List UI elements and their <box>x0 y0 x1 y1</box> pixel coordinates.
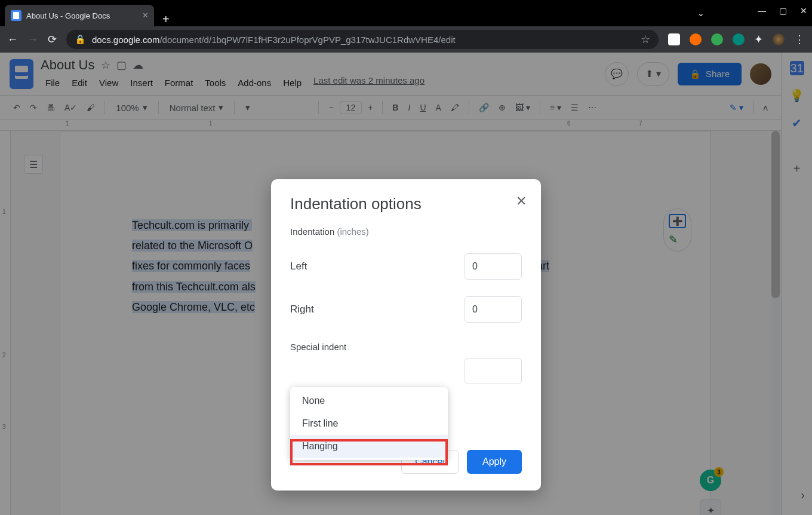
grammarly-widget[interactable]: G 3 <box>700 470 721 491</box>
share-label: Share <box>706 69 730 79</box>
last-edit-link[interactable]: Last edit was 2 minutes ago <box>313 75 425 90</box>
calendar-icon[interactable]: 31 <box>790 61 804 75</box>
address-bar[interactable]: 🔒 docs.google.com/document/d/1bqPW7lF1fH… <box>66 30 659 49</box>
browser-chrome: About Us - Google Docs × + ⌄ — ▢ ✕ ← → ⟳… <box>0 0 812 53</box>
present-button[interactable]: ⬆ ▾ <box>637 62 669 86</box>
menu-insert[interactable]: Insert <box>125 75 158 90</box>
ext-icon-3[interactable] <box>711 33 723 45</box>
tab-overflow-icon[interactable]: ⌄ <box>697 8 705 18</box>
keep-icon[interactable]: 💡 <box>790 88 804 103</box>
reload-button[interactable]: ⟳ <box>48 33 57 46</box>
special-indent-value-input[interactable] <box>465 358 522 384</box>
maximize-icon[interactable]: ▢ <box>779 6 787 16</box>
star-document-icon[interactable]: ☆ <box>101 59 110 72</box>
more-tools-button[interactable]: ⋯ <box>585 100 600 115</box>
align-button[interactable]: ≡ ▾ <box>546 100 565 115</box>
cloud-status-icon[interactable]: ☁ <box>133 59 143 72</box>
menu-file[interactable]: File <box>41 75 64 90</box>
italic-button[interactable]: I <box>404 100 414 115</box>
line-spacing-button[interactable]: ☰ <box>567 100 582 115</box>
option-none[interactable]: None <box>290 390 448 412</box>
new-tab-button[interactable]: + <box>154 13 178 26</box>
account-avatar[interactable] <box>750 63 771 85</box>
insert-image-button[interactable]: 🖼 ▾ <box>512 100 534 115</box>
browser-tab[interactable]: About Us - Google Docs × <box>5 5 154 26</box>
insert-comment-button[interactable]: ⊕ <box>495 100 509 115</box>
url-path: /document/d/1bqPW7lF1fHF3r2uPfoprVgPVP_g… <box>159 35 455 45</box>
profile-avatar-icon[interactable] <box>773 33 785 45</box>
font-select[interactable]: ▾ <box>241 102 312 113</box>
ext-icon-1[interactable] <box>668 33 680 45</box>
open-comments-button[interactable]: 💬 <box>605 62 629 86</box>
docs-favicon <box>11 10 21 21</box>
font-size-input[interactable]: 12 <box>340 101 362 114</box>
menu-format[interactable]: Format <box>160 75 198 90</box>
close-window-icon[interactable]: ✕ <box>800 6 807 16</box>
window-controls: — ▢ ✕ <box>758 6 807 16</box>
option-first-line[interactable]: First line <box>290 412 448 435</box>
menubar: File Edit View Insert Format Tools Add-o… <box>41 75 598 90</box>
tab-bar: About Us - Google Docs × + ⌄ — ▢ ✕ <box>0 0 812 26</box>
scrollbar-thumb[interactable] <box>771 131 780 298</box>
horizontal-ruler[interactable]: 1 1 6 7 <box>0 120 781 131</box>
spellcheck-button[interactable]: A✓ <box>61 100 81 115</box>
zoom-select[interactable]: 100% ▾ <box>111 102 152 113</box>
indentation-section-label: Indentation (inches) <box>290 226 522 237</box>
redo-button[interactable]: ↷ <box>26 100 41 115</box>
left-indent-label: Left <box>290 260 307 272</box>
tasks-icon[interactable]: ✔ <box>790 116 804 130</box>
decrease-font-button[interactable]: − <box>325 100 337 115</box>
highlight-button[interactable]: 🖍 <box>447 100 463 115</box>
collapse-sidepanel-icon[interactable]: › <box>801 488 805 502</box>
back-button[interactable]: ← <box>7 33 18 46</box>
explore-button[interactable]: ✦ <box>700 499 721 515</box>
browser-menu-icon[interactable]: ⋮ <box>794 33 805 46</box>
toolbar: ↶ ↷ 🖶 A✓ 🖌 100% ▾ Normal text ▾ ▾ − 12 +… <box>0 95 781 120</box>
share-button[interactable]: 🔒 Share <box>678 63 742 85</box>
vertical-scrollbar[interactable] <box>771 131 780 515</box>
bold-button[interactable]: B <box>389 100 402 115</box>
dialog-title: Indentation options <box>290 195 522 213</box>
close-tab-icon[interactable]: × <box>143 10 148 21</box>
menu-tools[interactable]: Tools <box>200 75 230 90</box>
increase-font-button[interactable]: + <box>364 100 376 115</box>
print-button[interactable]: 🖶 <box>43 100 59 115</box>
insert-link-button[interactable]: 🔗 <box>475 100 493 115</box>
document-title[interactable]: About Us <box>41 57 95 73</box>
suggest-edit-icon[interactable]: ✎ <box>669 233 686 246</box>
option-hanging[interactable]: Hanging <box>290 435 448 458</box>
left-indent-input[interactable] <box>465 253 522 280</box>
ext-icon-4[interactable] <box>733 33 745 45</box>
bookmark-star-icon[interactable]: ☆ <box>641 33 650 46</box>
outline-toggle-button[interactable]: ☰ <box>24 155 43 174</box>
url-domain: docs.google.com <box>92 35 159 45</box>
undo-button[interactable]: ↶ <box>10 100 24 115</box>
move-document-icon[interactable]: ▢ <box>116 59 127 72</box>
menu-view[interactable]: View <box>94 75 123 90</box>
paint-format-button[interactable]: 🖌 <box>83 100 99 115</box>
right-indent-input[interactable] <box>465 296 522 323</box>
close-dialog-button[interactable]: ✕ <box>516 194 527 209</box>
collapse-toolbar-button[interactable]: ʌ <box>759 100 771 115</box>
paragraph-style-select[interactable]: Normal text ▾ <box>165 102 229 113</box>
floating-comment-tools: ➕ ✎ <box>663 209 691 252</box>
tab-title: About Us - Google Docs <box>26 11 138 20</box>
editing-mode-button[interactable]: ✎ ▾ <box>726 100 747 115</box>
add-addon-icon[interactable]: + <box>790 161 804 176</box>
menu-help[interactable]: Help <box>278 75 306 90</box>
ext-icon-2[interactable] <box>690 33 702 45</box>
menu-addons[interactable]: Add-ons <box>233 75 276 90</box>
underline-button[interactable]: U <box>416 100 429 115</box>
minimize-icon[interactable]: — <box>758 6 766 16</box>
apply-button[interactable]: Apply <box>467 450 522 474</box>
add-comment-icon[interactable]: ➕ <box>669 214 686 228</box>
lock-icon: 🔒 <box>690 69 701 79</box>
special-indent-label: Special indent <box>290 342 522 352</box>
menu-edit[interactable]: Edit <box>67 75 92 90</box>
extensions-icon[interactable]: ✦ <box>754 33 763 46</box>
text-color-button[interactable]: A <box>432 100 445 115</box>
side-panel: 31 💡 ✔ + <box>781 53 812 515</box>
grammarly-badge: 3 <box>714 467 724 477</box>
vertical-ruler[interactable]: 1 2 3 <box>0 131 11 515</box>
docs-logo[interactable] <box>10 59 33 89</box>
